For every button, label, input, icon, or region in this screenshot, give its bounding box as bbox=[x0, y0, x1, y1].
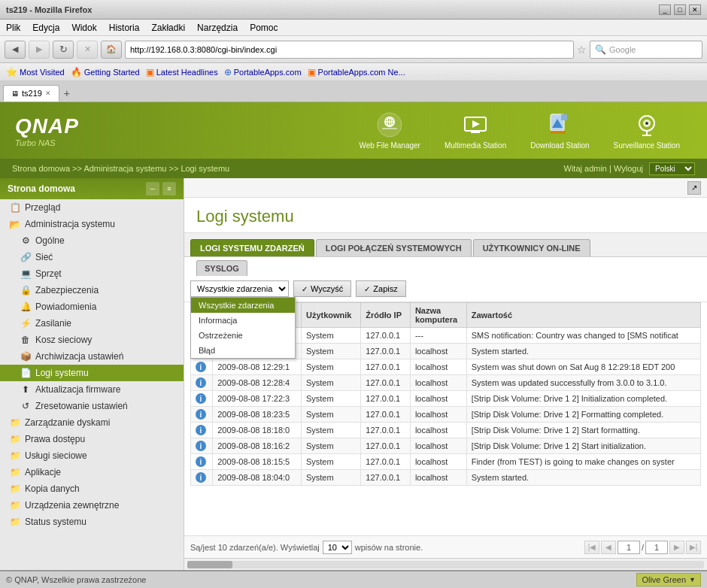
sidebar-item-external[interactable]: 📁 Urządzenia zewnętrzne bbox=[0, 497, 184, 514]
stop-button[interactable]: ✕ bbox=[77, 41, 98, 59]
first-page-button[interactable]: |◀ bbox=[584, 541, 599, 554]
star-button[interactable]: ☆ bbox=[577, 44, 587, 56]
menu-edit[interactable]: Edycja bbox=[32, 23, 59, 33]
sidebar-item-overview[interactable]: 📋 Przegląd bbox=[0, 199, 184, 216]
forward-button[interactable]: ▶ bbox=[29, 41, 50, 59]
save-button[interactable]: ✓ Zapisz bbox=[356, 280, 405, 297]
filter-select[interactable]: Wszystkie zdarzenia Informacja Ostrzeżen… bbox=[190, 280, 289, 297]
sidebar-item-disks[interactable]: 📁 Zarządzanie dyskami bbox=[0, 414, 184, 431]
info-icon: i bbox=[196, 472, 206, 483]
row-content: System started. bbox=[466, 344, 700, 359]
table-row: i 2009-08-08 18:18:0 System 127.0.0.1 lo… bbox=[191, 423, 701, 438]
close-button[interactable]: ✕ bbox=[689, 5, 701, 15]
expand-button[interactable]: ↗ bbox=[687, 181, 701, 195]
row-type: i bbox=[191, 391, 213, 407]
prev-page-button[interactable]: ◀ bbox=[601, 541, 616, 554]
surveillance-station-label: Surveillance Station bbox=[614, 141, 680, 150]
tab-system-connections[interactable]: LOGI POŁĄCZEŃ SYSTEMOWYCH bbox=[316, 239, 472, 256]
tab-system-events[interactable]: LOGI SYSTEMU ZDARZEŃ bbox=[190, 239, 314, 256]
info-icon: i bbox=[196, 393, 206, 404]
browser-title-text: ts219 - Mozilla Firefox bbox=[6, 5, 92, 14]
search-bar[interactable]: 🔍 Google bbox=[590, 41, 702, 59]
sidebar-item-apps[interactable]: 📁 Aplikacje bbox=[0, 464, 184, 480]
dropdown-item-error[interactable]: Błąd bbox=[191, 343, 295, 358]
theme-dropdown[interactable]: Olive Green ▼ bbox=[636, 573, 701, 586]
per-page-select[interactable]: 10 25 50 bbox=[323, 541, 352, 554]
nav-surveillance-station[interactable]: Surveillance Station bbox=[602, 105, 692, 156]
nav-multimedia-station[interactable]: Multimedia Station bbox=[432, 105, 518, 156]
bookmark-most-visited[interactable]: ⭐ Most Visited bbox=[6, 67, 65, 77]
clear-button[interactable]: ✓ Wyczyść bbox=[293, 280, 351, 297]
window-controls: _ □ ✕ bbox=[659, 5, 701, 15]
sidebar-item-logs[interactable]: 📄 Logi systemu bbox=[0, 365, 184, 381]
sidebar-item-notifications[interactable]: 🔔 Powiadomienia bbox=[0, 299, 184, 315]
bookmarks-bar: ⭐ Most Visited 🔥 Getting Started ▣ Lates… bbox=[0, 63, 707, 81]
dropdown-item-warning[interactable]: Ostrzeżenie bbox=[191, 328, 295, 343]
dropdown-item-all[interactable]: Wszystkie zdarzenia bbox=[191, 298, 295, 313]
tab-online-users[interactable]: UŻYTKOWNICY ON-LINE bbox=[473, 239, 590, 256]
bookmark-portableapps2[interactable]: ▣ PortableApps.com Ne... bbox=[308, 67, 405, 77]
tab-bar: 🖥 ts219 ✕ + bbox=[0, 81, 707, 102]
sidebar-item-reset[interactable]: ↺ Zresetowanie ustawień bbox=[0, 398, 184, 414]
menu-tools[interactable]: Narzędzia bbox=[197, 23, 238, 33]
sidebar-item-status[interactable]: 📁 Status systemu bbox=[0, 514, 184, 530]
next-page-button[interactable]: ▶ bbox=[669, 541, 684, 554]
reload-button[interactable]: ↻ bbox=[53, 41, 74, 59]
menu-help[interactable]: Pomoc bbox=[250, 23, 278, 33]
nav-download-station[interactable]: Download Station bbox=[518, 105, 601, 156]
sidebar-item-recyclebin[interactable]: 🗑 Kosz sieciowy bbox=[0, 332, 184, 348]
menu-bookmarks[interactable]: Zakładki bbox=[151, 23, 185, 33]
new-tab-button[interactable]: + bbox=[59, 85, 74, 102]
sidebar-item-netservices[interactable]: 📁 Usługi sieciowe bbox=[0, 447, 184, 464]
bookmark-portableapps[interactable]: ⊕ PortableApps.com bbox=[224, 67, 302, 77]
last-page-button[interactable]: ▶| bbox=[686, 541, 701, 554]
table-row: i 2009-08-08 18:16:2 System 127.0.0.1 lo… bbox=[191, 438, 701, 454]
sidebar-item-hardware[interactable]: 💻 Sprzęt bbox=[0, 265, 184, 282]
menu-history[interactable]: Historia bbox=[109, 23, 140, 33]
home-button[interactable]: 🏠 bbox=[101, 41, 122, 59]
sidebar-item-network[interactable]: 🔗 Sieć bbox=[0, 249, 184, 265]
multimedia-station-icon bbox=[462, 111, 489, 138]
bookmark-getting-started[interactable]: 🔥 Getting Started bbox=[71, 67, 140, 77]
menu-view[interactable]: Widok bbox=[71, 23, 96, 33]
tab-close-icon[interactable]: ✕ bbox=[45, 89, 51, 97]
sidebar-item-firmware[interactable]: ⬆ Aktualizacja firmware bbox=[0, 381, 184, 398]
save-button-label: Zapisz bbox=[373, 284, 397, 293]
sidebar-item-backup[interactable]: 📁 Kopia danych bbox=[0, 480, 184, 497]
scrollbar-thumb[interactable] bbox=[187, 561, 232, 568]
svg-point-16 bbox=[645, 122, 648, 125]
svg-rect-13 bbox=[551, 131, 566, 134]
table-row: i 2009-08-08 12:28:4 System 127.0.0.1 lo… bbox=[191, 375, 701, 391]
subtab-syslog[interactable]: SYSLOG bbox=[196, 260, 247, 276]
row-ip: 127.0.0.1 bbox=[361, 391, 411, 407]
menu-file[interactable]: Plik bbox=[6, 23, 20, 33]
sidebar-minimize-btn[interactable]: ─ bbox=[146, 182, 159, 195]
horizontal-scrollbar[interactable] bbox=[184, 558, 707, 570]
sidebar-item-general[interactable]: ⚙ Ogólne bbox=[0, 232, 184, 249]
sidebar-expand-btn[interactable]: ≡ bbox=[162, 182, 176, 195]
sidebar-item-security[interactable]: 🔒 Zabezpieczenia bbox=[0, 282, 184, 299]
row-host: localhost bbox=[410, 391, 466, 407]
browser-tab-active[interactable]: 🖥 ts219 ✕ bbox=[3, 85, 59, 102]
row-type: i bbox=[191, 438, 213, 454]
info-icon: i bbox=[196, 362, 206, 372]
bookmark-headlines[interactable]: ▣ Latest Headlines bbox=[146, 67, 218, 77]
nav-web-file-manager[interactable]: Web File Manager bbox=[347, 105, 432, 156]
sidebar-item-access[interactable]: 📁 Prawa dostępu bbox=[0, 431, 184, 447]
row-user: System bbox=[301, 470, 360, 486]
tab-system-events-label: LOGI SYSTEMU ZDARZEŃ bbox=[200, 244, 305, 253]
address-bar[interactable]: http://192.168.0.3:8080/cgi-bin/index.cg… bbox=[125, 41, 574, 59]
maximize-button[interactable]: □ bbox=[674, 5, 686, 15]
minimize-button[interactable]: _ bbox=[659, 5, 671, 15]
status-icon: 📁 bbox=[9, 516, 21, 528]
svg-rect-11 bbox=[561, 114, 567, 120]
sidebar-item-archive[interactable]: 📦 Archiwizacja ustawień bbox=[0, 348, 184, 365]
sidebar-item-power[interactable]: ⚡ Zasilanie bbox=[0, 315, 184, 332]
back-button[interactable]: ◀ bbox=[5, 41, 26, 59]
language-select[interactable]: Polski English bbox=[649, 162, 695, 175]
row-host: localhost bbox=[410, 438, 466, 454]
netservices-icon: 📁 bbox=[9, 450, 21, 462]
sidebar-item-admin[interactable]: 📂 Administracja systemu bbox=[0, 216, 184, 232]
dropdown-item-info[interactable]: Informacja bbox=[191, 313, 295, 328]
row-host: localhost bbox=[410, 375, 466, 391]
